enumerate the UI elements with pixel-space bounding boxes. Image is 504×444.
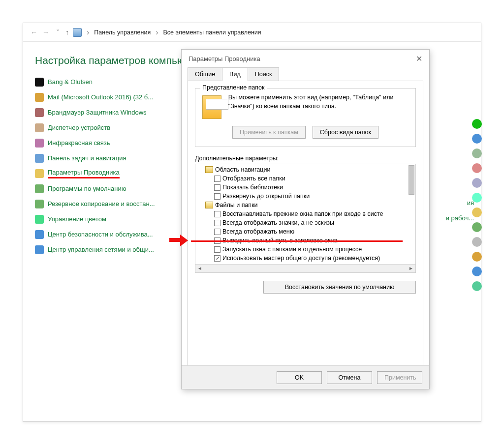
annotation-underline: [191, 240, 403, 242]
back-arrow-icon[interactable]: ←: [30, 29, 38, 36]
cp-item-explorer-options[interactable]: Параметры Проводника: [35, 166, 183, 181]
explorer-options-dialog: Параметры Проводника ✕ Общие Вид Поиск П…: [181, 49, 430, 389]
side-icon[interactable]: [472, 119, 482, 129]
advanced-label: Дополнительные параметры:: [195, 155, 416, 162]
cp-item-label: Параметры Проводника: [48, 169, 120, 178]
tree-check-share-wizard[interactable]: ✓Использовать мастер общего доступа (рек…: [195, 254, 415, 263]
tree-label: Развернуть до открытой папки: [222, 192, 310, 201]
side-icon[interactable]: [472, 252, 482, 262]
checkbox-icon[interactable]: [214, 229, 220, 235]
side-icon[interactable]: [472, 148, 482, 158]
cancel-button[interactable]: Отмена: [327, 371, 372, 384]
checkbox-icon[interactable]: [214, 246, 220, 253]
checkbox-icon[interactable]: [214, 211, 220, 217]
side-icon-strip: [472, 119, 482, 291]
apply-to-folders-button[interactable]: Применить к папкам: [232, 126, 306, 139]
dialog-footer: OK Отмена Применить: [182, 365, 429, 389]
tree-label: Отобразить все папки: [222, 174, 285, 183]
side-icon[interactable]: [472, 163, 482, 173]
control-panel-list: Bang & Olufsen Mail (Microsoft Outlook 2…: [35, 74, 183, 257]
checkbox-icon[interactable]: [214, 184, 220, 191]
cp-item-taskbar[interactable]: Панель задач и навигация: [35, 150, 183, 166]
cp-item-label: Управление цветом: [48, 215, 106, 223]
side-icon[interactable]: [472, 237, 482, 247]
annotation-arrow-icon: [169, 234, 189, 246]
cp-item-label: Mail (Microsoft Outlook 2016) (32 б...: [48, 93, 153, 101]
tree-label: Использовать мастер общего доступа (реко…: [222, 254, 380, 263]
cp-item-default-programs[interactable]: Программы по умолчанию: [35, 181, 183, 196]
cp-item-network-center[interactable]: Центр управления сетями и общи...: [35, 242, 183, 257]
cp-item-label: Диспетчер устройств: [48, 124, 110, 131]
tab-view-page: Представление папок Вы можете применить …: [188, 81, 423, 370]
close-icon[interactable]: ✕: [416, 54, 422, 63]
tree-label: Файлы и папки: [215, 201, 258, 209]
tree-label: Всегда отображать меню: [222, 227, 294, 236]
tree-label: Всегда отображать значки, а не эскизы: [222, 218, 334, 227]
side-icon[interactable]: [472, 207, 482, 217]
tree-check-expand-open[interactable]: Развернуть до открытой папки: [195, 192, 415, 201]
tree-label: Область навигации: [215, 165, 270, 174]
restore-defaults-button[interactable]: Восстановить значения по умолчанию: [263, 281, 416, 294]
cp-item-label: Центр управления сетями и общи...: [48, 246, 154, 253]
tree-node-files-folders[interactable]: Файлы и папки: [195, 201, 415, 209]
side-icon[interactable]: [472, 193, 482, 203]
cp-item-device-manager[interactable]: Диспетчер устройств: [35, 120, 183, 135]
checkbox-icon[interactable]: [214, 176, 220, 182]
vertical-scrollbar[interactable]: [409, 165, 414, 195]
folder-view-group: Представление папок Вы можете применить …: [195, 88, 416, 147]
tree-check-always-menu[interactable]: Всегда отображать меню: [195, 227, 415, 236]
folder-icon: [202, 95, 221, 119]
right-fragment[interactable]: ия: [446, 195, 474, 210]
folder-rep-text: Вы можете применить этот вид (например, …: [228, 93, 409, 119]
tree-check-separate-proc[interactable]: Запускать окна с папками в отдельном про…: [195, 245, 415, 254]
tree-check-show-libs[interactable]: Показать библиотеки: [195, 183, 415, 192]
tree-check-show-all[interactable]: Отобразить все папки: [195, 174, 415, 183]
breadcrumb-child[interactable]: Все элементы панели управления: [163, 29, 261, 36]
cp-item-infrared[interactable]: Инфракрасная связь: [35, 135, 183, 150]
tree-label: Восстанавливать прежние окна папок при в…: [222, 209, 383, 218]
side-icon[interactable]: [472, 222, 482, 232]
cp-item-label: Программы по умолчанию: [48, 185, 126, 192]
cp-item-label: Резервное копирование и восстан...: [48, 200, 155, 207]
scroll-right-icon[interactable]: ►: [409, 264, 413, 273]
horizontal-scrollbar[interactable]: ◄►: [195, 264, 415, 272]
cp-item-label: Bang & Olufsen: [48, 78, 93, 86]
folder-tree-icon: [205, 202, 213, 208]
apply-button[interactable]: Применить: [377, 371, 422, 384]
side-icon[interactable]: [472, 266, 482, 276]
cp-item-backup[interactable]: Резервное копирование и восстан...: [35, 196, 183, 211]
cp-item-label: Центр безопасности и обслужива...: [48, 231, 153, 238]
tab-search[interactable]: Поиск: [248, 67, 280, 81]
advanced-settings-tree[interactable]: Область навигации Отобразить все папки П…: [195, 164, 416, 273]
ok-button[interactable]: OK: [277, 371, 322, 384]
cp-item-firewall[interactable]: Брандмауэр Защитника Windows: [35, 105, 183, 120]
truncated-right-column: ия и рабоч...: [446, 195, 474, 226]
side-icon[interactable]: [472, 134, 482, 144]
breadcrumb-root[interactable]: Панель управления: [94, 29, 151, 36]
tree-check-restore-prev[interactable]: Восстанавливать прежние окна папок при в…: [195, 209, 415, 218]
recent-dropdown-icon[interactable]: ˅: [54, 29, 62, 36]
tree-node-nav-area[interactable]: Область навигации: [195, 165, 415, 174]
cp-item-security-center[interactable]: Центр безопасности и обслужива...: [35, 227, 183, 242]
checkbox-icon[interactable]: ✓: [214, 255, 220, 262]
tab-view[interactable]: Вид: [222, 67, 248, 81]
checkbox-icon[interactable]: [214, 193, 220, 200]
tree-check-always-icons[interactable]: Всегда отображать значки, а не эскизы: [195, 218, 415, 227]
side-icon[interactable]: [472, 178, 482, 188]
side-icon[interactable]: [472, 281, 482, 291]
right-fragment[interactable]: и рабоч...: [446, 210, 474, 226]
scroll-left-icon[interactable]: ◄: [197, 264, 202, 273]
reset-folders-button[interactable]: Сброс вида папок: [313, 126, 378, 139]
cp-item-mail[interactable]: Mail (Microsoft Outlook 2016) (32 б...: [35, 89, 183, 105]
checkbox-icon[interactable]: [214, 220, 220, 226]
cp-item-label: Брандмауэр Защитника Windows: [48, 109, 147, 116]
cp-item-color[interactable]: Управление цветом: [35, 211, 183, 227]
tree-label: Запускать окна с папками в отдельном про…: [222, 245, 362, 254]
up-arrow-icon[interactable]: ↑: [65, 29, 69, 36]
cp-item-label: Инфракрасная связь: [48, 139, 110, 147]
tab-general[interactable]: Общие: [188, 67, 222, 81]
folder-tree-icon: [205, 166, 213, 173]
cp-item-bang-olufsen[interactable]: Bang & Olufsen: [35, 74, 183, 89]
dialog-title: Параметры Проводника: [189, 55, 260, 62]
forward-arrow-icon[interactable]: →: [42, 29, 50, 36]
